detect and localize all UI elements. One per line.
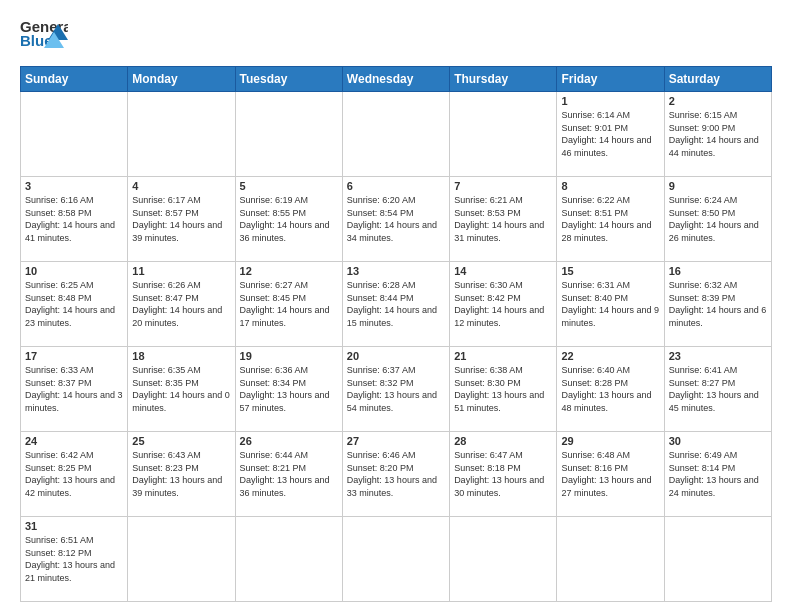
day-number: 30 <box>669 435 767 447</box>
calendar-day-cell: 28Sunrise: 6:47 AM Sunset: 8:18 PM Dayli… <box>450 432 557 517</box>
day-info: Sunrise: 6:21 AM Sunset: 8:53 PM Dayligh… <box>454 194 552 244</box>
calendar-day-cell: 16Sunrise: 6:32 AM Sunset: 8:39 PM Dayli… <box>664 262 771 347</box>
day-info: Sunrise: 6:22 AM Sunset: 8:51 PM Dayligh… <box>561 194 659 244</box>
day-number: 20 <box>347 350 445 362</box>
day-number: 22 <box>561 350 659 362</box>
day-info: Sunrise: 6:44 AM Sunset: 8:21 PM Dayligh… <box>240 449 338 499</box>
calendar-day-cell <box>128 517 235 602</box>
day-info: Sunrise: 6:19 AM Sunset: 8:55 PM Dayligh… <box>240 194 338 244</box>
day-info: Sunrise: 6:17 AM Sunset: 8:57 PM Dayligh… <box>132 194 230 244</box>
day-info: Sunrise: 6:32 AM Sunset: 8:39 PM Dayligh… <box>669 279 767 329</box>
calendar-day-cell: 30Sunrise: 6:49 AM Sunset: 8:14 PM Dayli… <box>664 432 771 517</box>
day-number: 29 <box>561 435 659 447</box>
calendar-day-cell: 18Sunrise: 6:35 AM Sunset: 8:35 PM Dayli… <box>128 347 235 432</box>
calendar-day-cell <box>664 517 771 602</box>
day-number: 25 <box>132 435 230 447</box>
day-number: 24 <box>25 435 123 447</box>
calendar-week-row: 17Sunrise: 6:33 AM Sunset: 8:37 PM Dayli… <box>21 347 772 432</box>
generalblue-logo-icon: General Blue <box>20 16 68 58</box>
calendar-day-cell <box>450 517 557 602</box>
day-info: Sunrise: 6:28 AM Sunset: 8:44 PM Dayligh… <box>347 279 445 329</box>
day-number: 13 <box>347 265 445 277</box>
calendar-day-cell: 19Sunrise: 6:36 AM Sunset: 8:34 PM Dayli… <box>235 347 342 432</box>
day-info: Sunrise: 6:36 AM Sunset: 8:34 PM Dayligh… <box>240 364 338 414</box>
day-number: 21 <box>454 350 552 362</box>
calendar-day-cell: 23Sunrise: 6:41 AM Sunset: 8:27 PM Dayli… <box>664 347 771 432</box>
logo: General Blue <box>20 16 68 58</box>
day-number: 5 <box>240 180 338 192</box>
calendar-day-cell: 17Sunrise: 6:33 AM Sunset: 8:37 PM Dayli… <box>21 347 128 432</box>
day-info: Sunrise: 6:25 AM Sunset: 8:48 PM Dayligh… <box>25 279 123 329</box>
calendar-day-cell: 14Sunrise: 6:30 AM Sunset: 8:42 PM Dayli… <box>450 262 557 347</box>
day-info: Sunrise: 6:26 AM Sunset: 8:47 PM Dayligh… <box>132 279 230 329</box>
calendar-day-header: Thursday <box>450 67 557 92</box>
day-number: 12 <box>240 265 338 277</box>
page: General Blue SundayMondayTuesdayWednesda… <box>0 0 792 612</box>
day-number: 17 <box>25 350 123 362</box>
day-number: 8 <box>561 180 659 192</box>
calendar-week-row: 31Sunrise: 6:51 AM Sunset: 8:12 PM Dayli… <box>21 517 772 602</box>
calendar-week-row: 24Sunrise: 6:42 AM Sunset: 8:25 PM Dayli… <box>21 432 772 517</box>
day-info: Sunrise: 6:33 AM Sunset: 8:37 PM Dayligh… <box>25 364 123 414</box>
day-info: Sunrise: 6:30 AM Sunset: 8:42 PM Dayligh… <box>454 279 552 329</box>
day-number: 18 <box>132 350 230 362</box>
calendar-day-cell <box>21 92 128 177</box>
header: General Blue <box>20 16 772 58</box>
calendar-day-cell <box>557 517 664 602</box>
calendar-day-cell: 29Sunrise: 6:48 AM Sunset: 8:16 PM Dayli… <box>557 432 664 517</box>
calendar-day-cell: 27Sunrise: 6:46 AM Sunset: 8:20 PM Dayli… <box>342 432 449 517</box>
calendar-day-cell: 11Sunrise: 6:26 AM Sunset: 8:47 PM Dayli… <box>128 262 235 347</box>
calendar-day-cell: 21Sunrise: 6:38 AM Sunset: 8:30 PM Dayli… <box>450 347 557 432</box>
day-number: 28 <box>454 435 552 447</box>
calendar-week-row: 1Sunrise: 6:14 AM Sunset: 9:01 PM Daylig… <box>21 92 772 177</box>
day-number: 14 <box>454 265 552 277</box>
day-info: Sunrise: 6:16 AM Sunset: 8:58 PM Dayligh… <box>25 194 123 244</box>
calendar-day-cell: 31Sunrise: 6:51 AM Sunset: 8:12 PM Dayli… <box>21 517 128 602</box>
calendar-day-cell <box>235 517 342 602</box>
calendar-table: SundayMondayTuesdayWednesdayThursdayFrid… <box>20 66 772 602</box>
day-info: Sunrise: 6:14 AM Sunset: 9:01 PM Dayligh… <box>561 109 659 159</box>
day-number: 3 <box>25 180 123 192</box>
calendar-day-cell: 3Sunrise: 6:16 AM Sunset: 8:58 PM Daylig… <box>21 177 128 262</box>
day-info: Sunrise: 6:43 AM Sunset: 8:23 PM Dayligh… <box>132 449 230 499</box>
calendar-day-cell: 7Sunrise: 6:21 AM Sunset: 8:53 PM Daylig… <box>450 177 557 262</box>
day-info: Sunrise: 6:40 AM Sunset: 8:28 PM Dayligh… <box>561 364 659 414</box>
calendar-day-cell: 10Sunrise: 6:25 AM Sunset: 8:48 PM Dayli… <box>21 262 128 347</box>
day-number: 19 <box>240 350 338 362</box>
calendar-day-cell: 12Sunrise: 6:27 AM Sunset: 8:45 PM Dayli… <box>235 262 342 347</box>
calendar-day-header: Tuesday <box>235 67 342 92</box>
day-number: 1 <box>561 95 659 107</box>
calendar-day-cell: 2Sunrise: 6:15 AM Sunset: 9:00 PM Daylig… <box>664 92 771 177</box>
calendar-day-cell <box>128 92 235 177</box>
day-number: 10 <box>25 265 123 277</box>
calendar-day-cell: 9Sunrise: 6:24 AM Sunset: 8:50 PM Daylig… <box>664 177 771 262</box>
day-info: Sunrise: 6:42 AM Sunset: 8:25 PM Dayligh… <box>25 449 123 499</box>
calendar-day-cell: 25Sunrise: 6:43 AM Sunset: 8:23 PM Dayli… <box>128 432 235 517</box>
day-info: Sunrise: 6:35 AM Sunset: 8:35 PM Dayligh… <box>132 364 230 414</box>
day-number: 2 <box>669 95 767 107</box>
calendar-day-cell: 26Sunrise: 6:44 AM Sunset: 8:21 PM Dayli… <box>235 432 342 517</box>
calendar-day-cell: 20Sunrise: 6:37 AM Sunset: 8:32 PM Dayli… <box>342 347 449 432</box>
day-number: 26 <box>240 435 338 447</box>
calendar-day-cell: 5Sunrise: 6:19 AM Sunset: 8:55 PM Daylig… <box>235 177 342 262</box>
calendar-day-cell <box>235 92 342 177</box>
calendar-day-header: Sunday <box>21 67 128 92</box>
calendar-day-header: Saturday <box>664 67 771 92</box>
day-number: 15 <box>561 265 659 277</box>
calendar-day-cell <box>342 92 449 177</box>
day-number: 9 <box>669 180 767 192</box>
calendar-day-cell <box>450 92 557 177</box>
day-info: Sunrise: 6:20 AM Sunset: 8:54 PM Dayligh… <box>347 194 445 244</box>
day-info: Sunrise: 6:48 AM Sunset: 8:16 PM Dayligh… <box>561 449 659 499</box>
calendar-day-header: Wednesday <box>342 67 449 92</box>
calendar-day-header: Monday <box>128 67 235 92</box>
calendar-day-cell <box>342 517 449 602</box>
calendar-day-cell: 6Sunrise: 6:20 AM Sunset: 8:54 PM Daylig… <box>342 177 449 262</box>
day-info: Sunrise: 6:46 AM Sunset: 8:20 PM Dayligh… <box>347 449 445 499</box>
calendar-day-cell: 22Sunrise: 6:40 AM Sunset: 8:28 PM Dayli… <box>557 347 664 432</box>
calendar-header-row: SundayMondayTuesdayWednesdayThursdayFrid… <box>21 67 772 92</box>
day-info: Sunrise: 6:31 AM Sunset: 8:40 PM Dayligh… <box>561 279 659 329</box>
day-number: 16 <box>669 265 767 277</box>
day-info: Sunrise: 6:47 AM Sunset: 8:18 PM Dayligh… <box>454 449 552 499</box>
calendar-day-cell: 13Sunrise: 6:28 AM Sunset: 8:44 PM Dayli… <box>342 262 449 347</box>
